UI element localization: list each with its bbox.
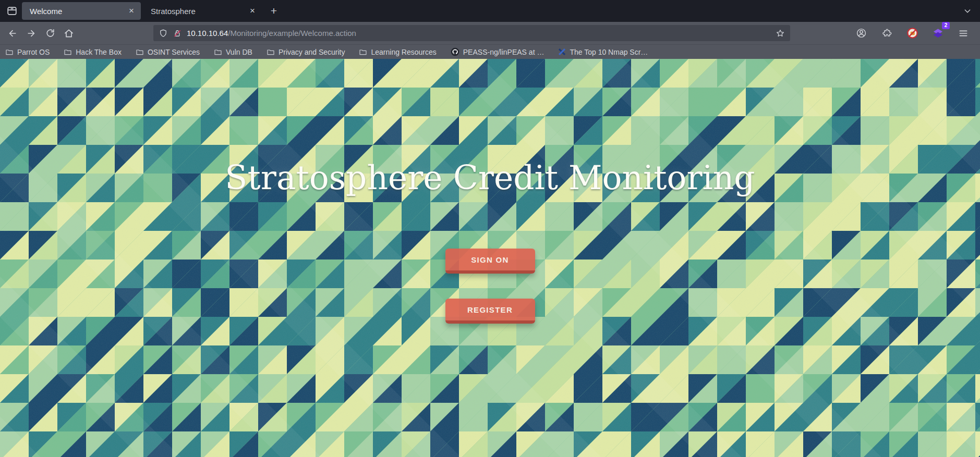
shield-icon[interactable] [159, 29, 168, 38]
bookmark-label: Vuln DB [226, 48, 252, 56]
folder-icon [5, 48, 14, 56]
bookmark-peass-linpeas[interactable]: PEASS-ng/linPEAS at … [451, 47, 545, 56]
menu-icon[interactable] [955, 25, 972, 42]
back-icon[interactable] [4, 25, 21, 42]
folder-icon [214, 48, 222, 56]
folder-icon [267, 48, 275, 56]
bookmark-parrot-os[interactable]: Parrot OS [5, 48, 50, 56]
bookmark-vuln-db[interactable]: Vuln DB [214, 48, 252, 56]
tab-title: Welcome [30, 7, 125, 16]
folder-icon [359, 48, 367, 56]
bookmark-label: Parrot OS [17, 48, 50, 56]
bookmark-label: PEASS-ng/linPEAS at … [463, 48, 545, 56]
bookmark-hack-the-box[interactable]: Hack The Box [64, 48, 122, 56]
content-blocker-icon[interactable] [904, 25, 921, 42]
page-title: Stratosphere Credit Monitoring [0, 159, 980, 197]
toolbar-extensions-area: 2 [852, 25, 973, 42]
tab-bar: Welcome × Stratosphere × + [0, 0, 980, 22]
register-button[interactable]: REGISTER [445, 299, 535, 324]
bookmark-star-icon[interactable] [776, 29, 785, 38]
bookmark-label: OSINT Services [148, 48, 200, 56]
insecure-lock-icon[interactable] [173, 29, 182, 38]
folder-icon [136, 48, 144, 56]
navigation-toolbar: 10.10.10.64/Monitoring/example/Welcome.a… [0, 22, 980, 44]
sign-on-button[interactable]: SIGN ON [445, 249, 535, 274]
home-icon[interactable] [61, 25, 77, 42]
github-icon [451, 47, 459, 56]
extension-badge: 2 [942, 22, 950, 29]
url-bar[interactable]: 10.10.10.64/Monitoring/example/Welcome.a… [153, 25, 790, 41]
page-content: Stratosphere Credit Monitoring SIGN ON R… [0, 59, 980, 457]
list-all-tabs-icon[interactable] [960, 4, 975, 18]
x-favicon-icon [558, 48, 566, 56]
url-text[interactable]: 10.10.10.64/Monitoring/example/Welcome.a… [187, 29, 771, 38]
bookmark-label: Privacy and Security [279, 48, 345, 56]
bookmark-label: The Top 10 Nmap Scr… [570, 48, 648, 56]
close-icon[interactable]: × [125, 5, 138, 17]
reload-icon[interactable] [42, 25, 58, 42]
bookmark-privacy-and-security[interactable]: Privacy and Security [267, 48, 345, 56]
tab-title: Stratosphere [151, 7, 246, 16]
tab-stratosphere[interactable]: Stratosphere × [143, 2, 262, 20]
forward-icon[interactable] [23, 25, 40, 42]
bookmark-label: Learning Resources [371, 48, 436, 56]
firefox-view-icon[interactable] [4, 3, 20, 19]
url-path: /Monitoring/example/Welcome.action [228, 29, 356, 38]
account-icon[interactable] [853, 25, 869, 42]
bookmark-learning-resources[interactable]: Learning Resources [359, 48, 436, 56]
close-icon[interactable]: × [246, 5, 259, 17]
bookmarks-toolbar: Parrot OS Hack The Box OSINT Services Vu… [0, 44, 980, 59]
layers-extension-icon[interactable]: 2 [929, 25, 946, 42]
bookmark-top-10-nmap[interactable]: The Top 10 Nmap Scr… [558, 48, 648, 56]
folder-icon [64, 48, 72, 56]
tab-welcome[interactable]: Welcome × [22, 2, 141, 20]
extensions-puzzle-icon[interactable] [878, 25, 895, 42]
url-host: 10.10.10.64 [187, 29, 228, 38]
bookmark-osint-services[interactable]: OSINT Services [136, 48, 200, 56]
new-tab-button[interactable]: + [266, 3, 282, 19]
bookmark-label: Hack The Box [76, 48, 122, 56]
